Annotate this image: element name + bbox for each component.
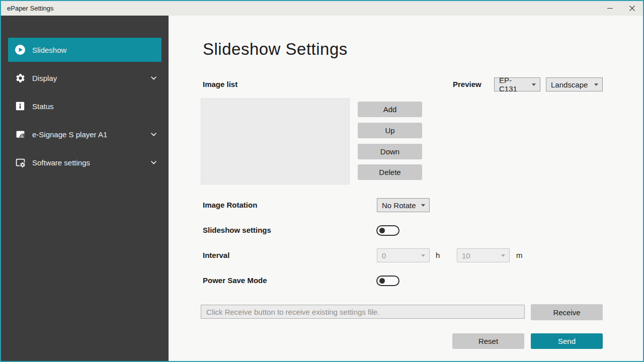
preview-device-select[interactable]: EP-C131 — [494, 77, 540, 92]
reset-button[interactable]: Reset — [452, 333, 524, 349]
receive-button[interactable]: Receive — [531, 304, 603, 320]
image-rotation-label: Image Rotation — [203, 201, 257, 209]
slideshow-settings-label: Slideshow settings — [203, 226, 271, 234]
sidebar-item-label: e-Signage S player A1 — [32, 130, 151, 139]
sidebar-item-label: Display — [32, 74, 151, 82]
chevron-down-icon — [151, 76, 156, 80]
delete-button[interactable]: Delete — [358, 164, 422, 180]
toggle-knob — [379, 228, 385, 233]
add-button[interactable]: Add — [358, 102, 422, 117]
preview-label: Preview — [453, 80, 481, 88]
up-button[interactable]: Up — [358, 123, 422, 138]
preview-orientation-select[interactable]: Landscape — [546, 77, 603, 92]
sidebar-item-esignage-player[interactable]: e-Signage S player A1 — [1, 122, 169, 146]
title-bar: ePaper Settings — [1, 1, 643, 16]
play-circle-icon — [15, 44, 26, 55]
interval-hours-value: 0 — [382, 251, 386, 260]
close-button[interactable] — [621, 1, 643, 16]
sidebar-item-slideshow[interactable]: Slideshow — [8, 38, 162, 62]
down-button[interactable]: Down — [358, 144, 422, 159]
interval-hours-unit: h — [436, 251, 440, 259]
display-gear-icon — [15, 157, 26, 168]
window-title: ePaper Settings — [7, 5, 54, 12]
interval-minutes-value: 10 — [462, 251, 470, 260]
chevron-down-icon — [151, 161, 156, 164]
interval-label: Interval — [203, 251, 229, 259]
interval-minutes-unit: m — [516, 251, 523, 259]
minimize-icon — [607, 6, 613, 11]
minimize-button[interactable] — [599, 1, 621, 16]
info-square-icon — [15, 101, 26, 112]
image-rotation-value: No Rotate — [382, 201, 416, 210]
preview-device-value: EP-C131 — [499, 76, 529, 93]
power-save-mode-toggle[interactable] — [376, 276, 399, 286]
sidebar-item-display[interactable]: Display — [1, 66, 169, 90]
power-save-mode-label: Power Save Mode — [203, 276, 267, 285]
send-button[interactable]: Send — [531, 333, 603, 349]
sidebar-item-label: Status — [32, 102, 169, 111]
sidebar: Slideshow Display Status — [1, 16, 169, 361]
app-window: ePaper Settings Slideshow Display — [0, 0, 644, 362]
sidebar-item-label: Software settings — [32, 158, 151, 167]
interval-minutes-select[interactable]: 10 — [457, 248, 510, 262]
gear-icon — [15, 72, 26, 83]
image-list-box[interactable] — [201, 98, 350, 185]
settings-file-input[interactable] — [201, 305, 525, 319]
toggle-knob — [379, 278, 385, 284]
main-panel: Slideshow Settings Image list Preview EP… — [169, 16, 643, 361]
sidebar-item-software-settings[interactable]: Software settings — [1, 150, 169, 174]
close-icon — [629, 6, 635, 11]
page-title: Slideshow Settings — [203, 40, 348, 59]
image-rotation-select[interactable]: No Rotate — [377, 198, 430, 212]
image-list-label: Image list — [203, 80, 237, 88]
sidebar-item-status[interactable]: Status — [1, 94, 169, 118]
interval-hours-select[interactable]: 0 — [377, 248, 430, 262]
slideshow-settings-toggle[interactable] — [376, 225, 399, 236]
sidebar-item-label: Slideshow — [32, 46, 162, 54]
preview-orientation-value: Landscape — [551, 80, 588, 89]
cast-display-icon — [15, 129, 26, 140]
chevron-down-icon — [151, 133, 156, 136]
